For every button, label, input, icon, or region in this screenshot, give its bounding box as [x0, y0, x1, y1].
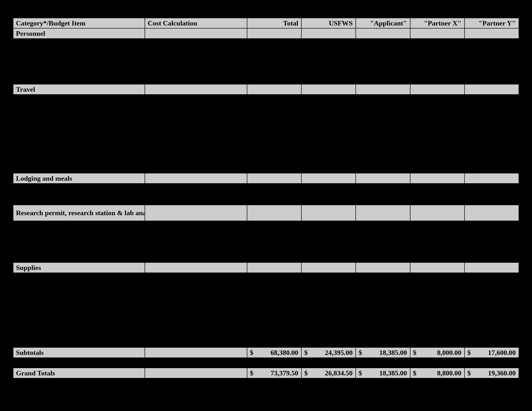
- subtotal-total: $68,380.00: [247, 347, 301, 358]
- grandtotal-applicant: $18,385.00: [356, 368, 410, 378]
- col-partner-y: "Partner Y": [465, 18, 519, 28]
- col-calc: Cost Calculation: [145, 18, 247, 28]
- row-grand-totals: Grand Totals $73,379.50 $26,834.50 $18,3…: [13, 368, 519, 378]
- budget-table: Category*/Budget Item Cost Calculation T…: [13, 18, 519, 378]
- grandtotal-total: $73,379.50: [247, 368, 301, 378]
- col-partner-x: "Partner X": [410, 18, 465, 28]
- col-usfws: USFWS: [302, 18, 356, 28]
- section-fees: Research permit, research station & lab …: [13, 205, 519, 221]
- section-travel: Travel: [13, 84, 519, 95]
- grandtotal-usfws: $26,834.50: [302, 368, 356, 378]
- section-label: Lodging and meals: [13, 173, 145, 184]
- grandtotal-partner-x: $8,800.00: [410, 368, 465, 378]
- table-header-row: Category*/Budget Item Cost Calculation T…: [13, 18, 519, 28]
- section-supplies: Supplies: [13, 262, 519, 273]
- section-label: Research permit, research station & lab …: [13, 205, 145, 221]
- grandtotals-label: Grand Totals: [13, 368, 145, 378]
- section-lodging: Lodging and meals: [13, 173, 519, 184]
- section-label: Travel: [13, 84, 145, 95]
- subtotals-label: Subtotals: [13, 347, 145, 358]
- col-total: Total: [247, 18, 301, 28]
- section-label: Supplies: [13, 262, 145, 273]
- subtotal-usfws: $24,395.00: [302, 347, 356, 358]
- subtotal-partner-x: $8,000.00: [410, 347, 465, 358]
- section-personnel: Personnel: [13, 28, 519, 39]
- subtotal-partner-y: $17,600.00: [465, 347, 519, 358]
- subtotal-applicant: $18,385.00: [356, 347, 410, 358]
- row-subtotals: Subtotals $68,380.00 $24,395.00 $18,385.…: [13, 347, 519, 358]
- section-label: Personnel: [13, 28, 145, 39]
- grandtotal-partner-y: $19,360.00: [465, 368, 519, 378]
- col-applicant: "Applicant": [356, 18, 410, 28]
- col-category: Category*/Budget Item: [13, 18, 145, 28]
